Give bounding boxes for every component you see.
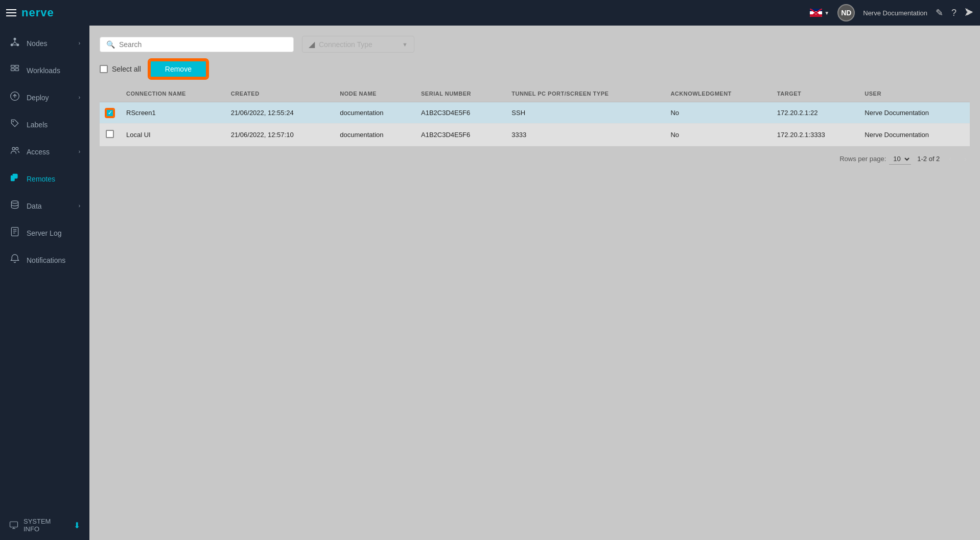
sidebar: Nodes › Workloads Deploy › Labels [0, 26, 89, 540]
cell-acknowledgment: No [664, 123, 771, 146]
sidebar-item-label: Nodes [27, 39, 47, 48]
table-row: Local UI21/06/2022, 12:57:10documentatio… [100, 123, 970, 146]
system-info[interactable]: SYSTEM INFO ⬇ [0, 510, 89, 540]
workloads-icon [9, 64, 20, 77]
page-info: 1-2 of 2 [917, 155, 940, 163]
select-all-checkbox[interactable] [100, 65, 108, 73]
search-input[interactable] [119, 40, 287, 49]
download-icon[interactable]: ⬇ [74, 521, 80, 530]
cell-target: 172.20.2.1:3333 [771, 123, 858, 146]
cell-serial_number: A1B2C3D4E5F6 [415, 123, 505, 146]
cell-tunnel_pc_port: SSH [505, 102, 664, 124]
svg-rect-5 [15, 65, 19, 68]
search-icon: 🔍 [106, 40, 115, 49]
connection-type-filter[interactable]: ◢ Connection Type ▼ [302, 36, 414, 53]
logo: nerve [21, 6, 54, 19]
cell-user: Nerve Documentation [858, 102, 970, 124]
svg-point-9 [16, 147, 18, 150]
arrow-icon: › [79, 203, 80, 209]
table-body: ✓RScreen121/06/2022, 12:55:24documentati… [100, 102, 970, 146]
col-target: TARGET [771, 85, 858, 102]
svg-rect-14 [10, 522, 17, 527]
topbar-right: ▼ ND Nerve Documentation ✎ ? ⮞ [810, 4, 974, 21]
cell-connection_name: Local UI [120, 123, 225, 146]
nodes-icon [9, 37, 20, 50]
col-node-name: NODE NAME [334, 85, 415, 102]
row-checkbox[interactable] [106, 130, 114, 138]
cell-created: 21/06/2022, 12:57:10 [225, 123, 334, 146]
cell-node_name: documentation [334, 102, 415, 124]
col-user: USER [858, 85, 970, 102]
rows-per-page-select[interactable]: 10 25 50 [889, 153, 911, 165]
sidebar-item-data[interactable]: Data › [0, 192, 89, 219]
sidebar-item-workloads[interactable]: Workloads [0, 57, 89, 84]
cell-created: 21/06/2022, 12:55:24 [225, 102, 334, 124]
cell-tunnel_pc_port: 3333 [505, 123, 664, 146]
sidebar-item-notifications[interactable]: Notifications [0, 246, 89, 274]
pagination-row: Rows per page: 10 25 50 1-2 of 2 ‹ › [100, 153, 970, 165]
deploy-icon [9, 91, 20, 104]
chevron-down-icon: ▼ [402, 41, 408, 48]
row-checkbox[interactable]: ✓ [106, 109, 114, 117]
sidebar-item-label: Notifications [27, 256, 65, 264]
sidebar-item-labels[interactable]: Labels [0, 111, 89, 138]
svg-point-0 [14, 38, 16, 40]
data-icon [9, 199, 20, 212]
table-row: ✓RScreen121/06/2022, 12:55:24documentati… [100, 102, 970, 124]
topbar: nerve ▼ ND Nerve Documentation ✎ ? ⮞ [0, 0, 980, 26]
logout-icon[interactable]: ⮞ [965, 8, 974, 18]
cell-acknowledgment: No [664, 102, 771, 124]
arrow-icon: › [79, 95, 80, 100]
doc-link[interactable]: Nerve Documentation [863, 9, 927, 17]
topbar-left: nerve [6, 6, 54, 19]
sidebar-item-label: Remotes [27, 175, 55, 183]
svg-point-12 [11, 201, 18, 204]
filter-icon: ◢ [309, 39, 315, 49]
sidebar-item-label: Access [27, 148, 50, 156]
sidebar-item-label: Server Log [27, 229, 61, 237]
app-body: Nodes › Workloads Deploy › Labels [0, 26, 980, 540]
server-log-icon [9, 227, 20, 239]
remotes-icon [9, 172, 20, 185]
sidebar-item-nodes[interactable]: Nodes › [0, 30, 89, 57]
avatar[interactable]: ND [837, 4, 855, 21]
next-page-button[interactable]: › [961, 153, 970, 165]
select-all-label[interactable]: Select all [100, 65, 141, 73]
svg-point-11 [12, 179, 13, 181]
svg-point-8 [12, 147, 15, 150]
cell-user: Nerve Documentation [858, 123, 970, 146]
svg-rect-3 [11, 65, 15, 68]
cell-target: 172.20.2.1:22 [771, 102, 858, 124]
arrow-icon: › [79, 40, 80, 46]
rows-per-page-label: Rows per page: [839, 155, 886, 163]
sidebar-item-label: Data [27, 202, 42, 210]
sidebar-item-label: Labels [27, 121, 48, 129]
user-icon[interactable]: ✎ [936, 7, 943, 18]
search-box[interactable]: 🔍 [100, 37, 294, 52]
notifications-icon [9, 254, 20, 266]
col-created: CREATED [225, 85, 334, 102]
toolbar-row: 🔍 ◢ Connection Type ▼ [100, 36, 970, 53]
col-tunnel-pc-port: TUNNEL PC PORT/SCREEN TYPE [505, 85, 664, 102]
language-selector[interactable]: ▼ [810, 9, 829, 17]
svg-point-7 [12, 121, 14, 122]
col-checkbox [100, 85, 120, 102]
svg-rect-6 [15, 69, 19, 71]
sidebar-item-label: Workloads [27, 66, 60, 75]
filter-label: Connection Type [319, 40, 398, 49]
svg-rect-13 [11, 228, 18, 236]
col-serial-number: SERIAL NUMBER [415, 85, 505, 102]
help-icon[interactable]: ? [951, 8, 956, 18]
sidebar-item-access[interactable]: Access › [0, 138, 89, 165]
sidebar-item-deploy[interactable]: Deploy › [0, 84, 89, 111]
prev-page-button[interactable]: ‹ [946, 153, 954, 165]
sidebar-item-server-log[interactable]: Server Log [0, 219, 89, 246]
connections-table: CONNECTION NAME CREATED NODE NAME SERIAL… [100, 85, 970, 146]
labels-icon [9, 118, 20, 131]
hamburger-icon[interactable] [6, 9, 16, 16]
remove-button[interactable]: Remove [149, 60, 207, 78]
sidebar-item-remotes[interactable]: Remotes [0, 165, 89, 192]
select-remove-row: Select all Remove [100, 60, 970, 78]
table-header: CONNECTION NAME CREATED NODE NAME SERIAL… [100, 85, 970, 102]
cell-connection_name: RScreen1 [120, 102, 225, 124]
